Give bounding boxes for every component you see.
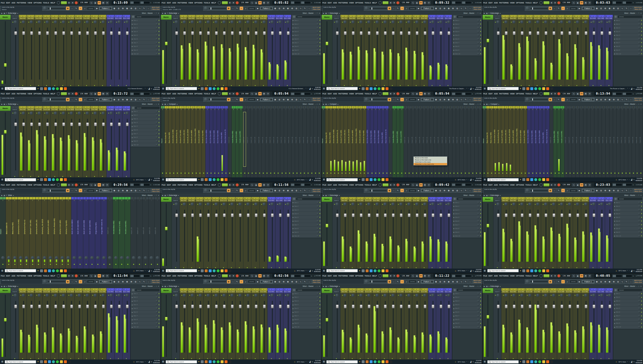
route-icon[interactable]: + (483, 108, 486, 111)
step-mode-icon[interactable]: → (231, 98, 235, 101)
pan-knob[interactable] (439, 294, 442, 297)
mixer-track-strip[interactable]: 42+Insert 42 (624, 106, 628, 178)
fader-handle[interactable] (255, 213, 258, 217)
foot-led[interactable] (46, 176, 47, 177)
track-name[interactable]: Drum M81 (420, 17, 428, 20)
fx-slot-label[interactable]: Slot 6 (133, 311, 155, 313)
fx-slot-knob[interactable] (317, 220, 319, 222)
menu-item-edit[interactable]: EDIT (488, 184, 493, 186)
track-name[interactable]: ELE A853 (428, 17, 436, 20)
pattern-prev-icon[interactable]: ▶ (256, 7, 260, 10)
bpm-display[interactable]: 139.000 (78, 1, 89, 4)
foot-led[interactable] (521, 267, 522, 268)
track-name[interactable]: Drums 268 (204, 291, 211, 293)
menu-item-edit[interactable]: EDIT (6, 2, 10, 4)
route-icon[interactable]: + (250, 108, 254, 111)
track-number-tab[interactable]: 5 (325, 106, 329, 108)
fx-slot-row[interactable]: ▸Slot 9 (613, 48, 643, 52)
track-name[interactable]: Bass M82 (27, 108, 34, 111)
menu-item-edit[interactable]: EDIT (167, 184, 171, 186)
fx-slot-knob[interactable] (477, 42, 479, 44)
mixer-track-strip[interactable]: 6o+Bass M82 (27, 106, 35, 178)
pan-knob[interactable] (552, 20, 555, 24)
fader-handle[interactable] (384, 31, 387, 35)
pattern-selector[interactable]: Pattern 1 (582, 189, 594, 192)
step-mode-icon[interactable]: → (231, 280, 235, 283)
track-number-tab[interactable]: 20 (381, 106, 385, 108)
fader-track[interactable] (393, 301, 393, 353)
fader-track[interactable] (578, 210, 578, 262)
mixer-track-strip[interactable]: 9o+Drum M82 (212, 15, 220, 86)
mixer-track-strip[interactable]: 28+Insert 28 (250, 106, 254, 178)
track-name[interactable]: Drums-S tom-M80 (520, 112, 523, 144)
track-name[interactable]: Insert 38 (449, 112, 452, 144)
obs-icon[interactable] (390, 360, 392, 363)
pan-knob[interactable] (375, 203, 379, 206)
track-name[interactable]: Insert 38 (609, 112, 613, 144)
mixer-window-icon[interactable]: ▦ (286, 7, 290, 10)
track-name[interactable]: Insert 31 (583, 112, 587, 144)
fx-slot-row[interactable]: ▸Slot 3 (452, 208, 482, 212)
fader-track[interactable] (353, 301, 354, 353)
pen-icon[interactable]: ✎ (151, 361, 152, 363)
pan-knob[interactable] (407, 203, 410, 206)
mixer-track-strip[interactable]: 17o+ELE n-M81 (436, 15, 444, 86)
pattern-selector[interactable]: Pattern 1 (582, 280, 594, 283)
main-volume-knob[interactable] (526, 98, 530, 102)
fader-track[interactable] (498, 210, 498, 262)
mixer-track-strip[interactable]: 11o+Drum E829 (549, 15, 557, 86)
fader-track[interactable] (433, 28, 434, 80)
fader-track[interactable] (184, 28, 185, 80)
mixer-track-strip[interactable]: 21+Keys-Harr-never 81 (101, 197, 107, 269)
track-number-tab[interactable]: 18 (374, 106, 377, 108)
fader-handle[interactable] (408, 305, 410, 308)
fx-slot-knob[interactable] (477, 220, 479, 222)
route-icon[interactable]: + (408, 108, 411, 111)
track-name[interactable]: Drum M82 (51, 17, 58, 20)
track-number-tab[interactable]: 39 (613, 106, 616, 108)
fx-slot-led[interactable] (641, 232, 642, 233)
mixer-track-strip[interactable]: 10+Drums-H-LAM 263 (505, 106, 509, 178)
foot-led[interactable] (239, 358, 240, 359)
master-strip[interactable]: Master (322, 288, 333, 360)
clock-block[interactable]: 5:21 PM8/28/2025 (636, 269, 642, 273)
fx-slot-knob[interactable] (638, 49, 640, 51)
fx-slot-row[interactable]: ▸Slot 3 (613, 26, 643, 30)
pan-knob[interactable] (117, 112, 121, 115)
pan-knob[interactable] (592, 203, 595, 206)
copilot-sparkle-icon[interactable]: ✦ (359, 361, 361, 363)
track-number-tab[interactable]: 36 (441, 106, 445, 108)
tray-expand-icon[interactable]: ^ (305, 179, 306, 181)
fader-track[interactable] (522, 28, 522, 80)
mixer-track-strip[interactable]: 17o+ELE n-M81 (275, 15, 283, 86)
main-volume-knob[interactable] (204, 188, 208, 192)
track-name[interactable]: Drums-H-LAM 263 (36, 203, 41, 235)
track-name[interactable]: Drum E829 (388, 291, 396, 293)
route-icon[interactable]: + (385, 108, 388, 111)
fader-handle[interactable] (384, 213, 387, 217)
fx-slot-label[interactable]: Slot 6 (455, 311, 476, 313)
weather-icon[interactable]: ☼ (615, 361, 617, 363)
fader-track[interactable] (119, 28, 120, 80)
track-led[interactable] (364, 173, 365, 174)
typing-keyboard-icon[interactable]: ▤ (423, 92, 427, 95)
fx-slot-led[interactable] (480, 209, 481, 210)
fader-track[interactable] (248, 301, 249, 353)
clock-block[interactable]: 5:19 PM8/28/2025 (153, 269, 160, 273)
route-icon[interactable]: + (288, 108, 291, 111)
news-headline[interactable]: F1's Newest Entrant… (128, 88, 144, 89)
track-name[interactable]: Drum to 43 (380, 17, 388, 20)
pattern-prev-icon[interactable]: ▶ (95, 7, 99, 10)
track-name[interactable]: Drums-B_chc-E829 (509, 112, 512, 144)
track-led[interactable] (528, 173, 530, 174)
fader-track[interactable] (216, 28, 217, 80)
pan-knob[interactable] (254, 203, 257, 206)
foot-led[interactable] (505, 267, 506, 268)
fx-slot-row[interactable]: ▸Slot 6 (292, 37, 321, 41)
track-led[interactable] (633, 173, 634, 174)
weather-icon[interactable]: ☼ (454, 361, 456, 363)
track-number-tab[interactable]: 6 (490, 106, 493, 108)
fader-track[interactable] (55, 301, 56, 353)
fader-track[interactable] (288, 210, 288, 262)
copilot-sparkle-icon[interactable]: ✦ (198, 178, 200, 181)
